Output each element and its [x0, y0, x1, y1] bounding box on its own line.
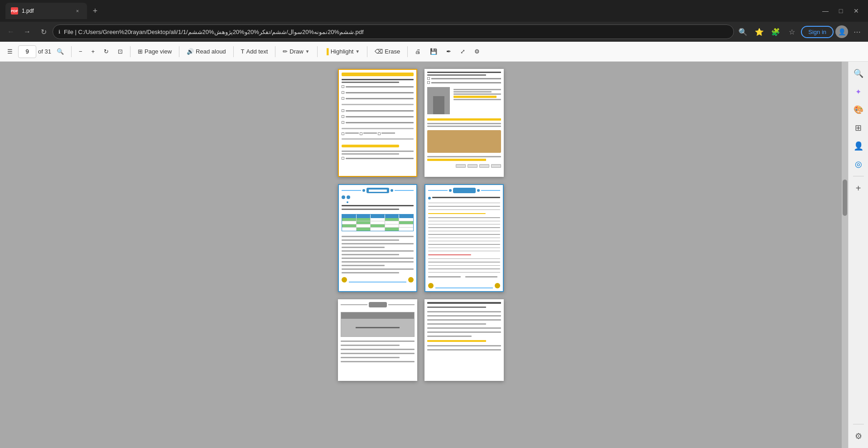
search-pdf-icon: 🔍: [57, 48, 64, 55]
search-pdf-button[interactable]: 🔍: [53, 44, 68, 59]
separator-5: [275, 46, 275, 57]
scrollbar[interactable]: [842, 62, 848, 448]
sidebar-settings-button[interactable]: ⚙: [850, 428, 867, 444]
save-button[interactable]: 💾: [426, 44, 441, 59]
read-aloud-button[interactable]: 🔊 Read aloud: [183, 44, 230, 59]
pdf-page-1: [338, 69, 417, 177]
page-number-input[interactable]: [18, 45, 36, 58]
pdf-page-4: [424, 184, 504, 292]
pages-row-1: [338, 69, 504, 177]
zoom-in-icon: +: [92, 48, 95, 55]
print-icon: 🖨: [415, 48, 421, 55]
sidebar-plus-button[interactable]: +: [850, 180, 867, 196]
erase-label: Erase: [385, 48, 400, 55]
browser-search-button[interactable]: 🔍: [736, 24, 750, 39]
sidebar-paint-button[interactable]: 🎨: [850, 102, 867, 118]
tab-close-button[interactable]: ×: [73, 7, 82, 15]
erase-button[interactable]: ⌫ Erase: [371, 44, 404, 59]
pdf-content[interactable]: [0, 62, 842, 448]
separator-1: [71, 46, 72, 57]
sidebar-circle-icon: ◎: [855, 159, 862, 169]
scrollbar-thumb[interactable]: [843, 180, 847, 216]
rotate-button[interactable]: ↻: [100, 44, 112, 59]
checkbox: [342, 132, 344, 135]
add-text-button[interactable]: T Add text: [237, 44, 272, 59]
sidebar-search-icon: 🔍: [854, 68, 863, 78]
page-view-icon: ⊞: [138, 48, 143, 55]
page1-header-bar: [342, 73, 414, 76]
pdf-page-3: [338, 184, 417, 292]
rotate-icon: ↻: [104, 48, 109, 55]
new-tab-button[interactable]: +: [89, 5, 101, 17]
menu-button[interactable]: ☰: [4, 44, 16, 59]
checkbox: [342, 157, 344, 160]
checkbox: [342, 91, 344, 94]
sidebar-circle-button[interactable]: ◎: [850, 156, 867, 172]
highlight-button[interactable]: ▐ Highlight ▼: [321, 44, 364, 59]
sidebar-paint-icon: 🎨: [854, 105, 863, 115]
browser-title-bar: PDF 1.pdf × + — □ ✕: [0, 0, 868, 22]
sidebar-search-button[interactable]: 🔍: [850, 65, 867, 82]
favorites-button[interactable]: ☆: [785, 24, 799, 39]
checkbox: [360, 132, 362, 135]
add-text-icon: T: [241, 48, 245, 55]
settings-button[interactable]: ⚙: [471, 44, 483, 59]
separator-7: [367, 46, 367, 57]
sidebar-copilot-icon: ✦: [855, 88, 861, 96]
checkbox: [342, 109, 344, 112]
page2-lines: [427, 72, 501, 168]
refresh-button[interactable]: ↻: [36, 24, 51, 39]
checkbox: [427, 81, 430, 84]
sidebar-user-button[interactable]: 👤: [850, 138, 867, 154]
address-bar-row: ← → ↻ ℹ File | C:/Users/Green%20rayan/De…: [0, 22, 868, 42]
active-tab[interactable]: PDF 1.pdf ×: [5, 3, 87, 19]
page1-lines: [342, 79, 414, 161]
add-text-label: Add text: [246, 48, 268, 55]
user-avatar[interactable]: 👤: [835, 25, 848, 38]
sidebar-copilot-button[interactable]: ✦: [850, 83, 867, 100]
zoom-in-button[interactable]: +: [88, 44, 99, 59]
sidebar-apps-button[interactable]: ⊞: [850, 120, 867, 136]
checkbox: [342, 115, 344, 118]
checkbox: [427, 77, 430, 80]
sign-in-button[interactable]: Sign in: [801, 26, 834, 38]
sidebar-apps-icon: ⊞: [855, 123, 862, 133]
page-view-button[interactable]: ⊞ Page view: [134, 44, 175, 59]
settings-icon: ⚙: [474, 48, 480, 55]
tab-favicon: PDF: [11, 7, 18, 15]
pdf-page-5: [338, 299, 417, 381]
browser-toolbar-right: 🔍 ⭐ 🧩 ☆ Sign in 👤 ⋯: [736, 24, 864, 39]
ink-button[interactable]: ✒: [443, 44, 455, 59]
back-button[interactable]: ←: [4, 24, 18, 39]
read-aloud-icon: 🔊: [187, 48, 194, 55]
checkbox: [342, 121, 344, 124]
extensions-button[interactable]: 🧩: [768, 24, 783, 39]
right-sidebar: 🔍 ✦ 🎨 ⊞ 👤 ◎ + ⚙: [848, 62, 868, 448]
main-area: 🔍 ✦ 🎨 ⊞ 👤 ◎ + ⚙: [0, 62, 868, 448]
print-button[interactable]: 🖨: [411, 44, 424, 59]
fit-button[interactable]: ⊡: [114, 44, 126, 59]
pdf-toolbar: ☰ of 31 🔍 − + ↻ ⊡ ⊞ Page view 🔊 Read alo…: [0, 42, 868, 62]
tab-bar: PDF 1.pdf × +: [5, 3, 101, 19]
checkbox: [342, 97, 344, 100]
read-aloud-label: Read aloud: [196, 48, 226, 55]
close-button[interactable]: ✕: [850, 5, 863, 17]
separator-6: [317, 46, 318, 57]
page-view-label: Page view: [145, 48, 172, 55]
separator-8: [407, 46, 408, 57]
tab-title: 1.pdf: [22, 8, 70, 14]
expand-button[interactable]: ⤢: [457, 44, 469, 59]
separator-3: [179, 46, 179, 57]
collections-button[interactable]: ⭐: [752, 24, 767, 39]
pdf-page-6: [424, 299, 504, 381]
save-icon: 💾: [430, 48, 437, 55]
more-button[interactable]: ⋯: [850, 24, 864, 39]
page-total-label: of 31: [38, 48, 51, 55]
forward-button[interactable]: →: [20, 24, 34, 39]
zoom-out-button[interactable]: −: [75, 44, 86, 59]
sidebar-settings-icon: ⚙: [855, 431, 862, 441]
minimize-button[interactable]: —: [819, 5, 832, 17]
draw-button[interactable]: ✏ Draw ▼: [279, 44, 313, 59]
maximize-button[interactable]: □: [834, 5, 847, 17]
address-bar[interactable]: ℹ File | C:/Users/Green%20rayan/Desktop/…: [53, 24, 734, 39]
